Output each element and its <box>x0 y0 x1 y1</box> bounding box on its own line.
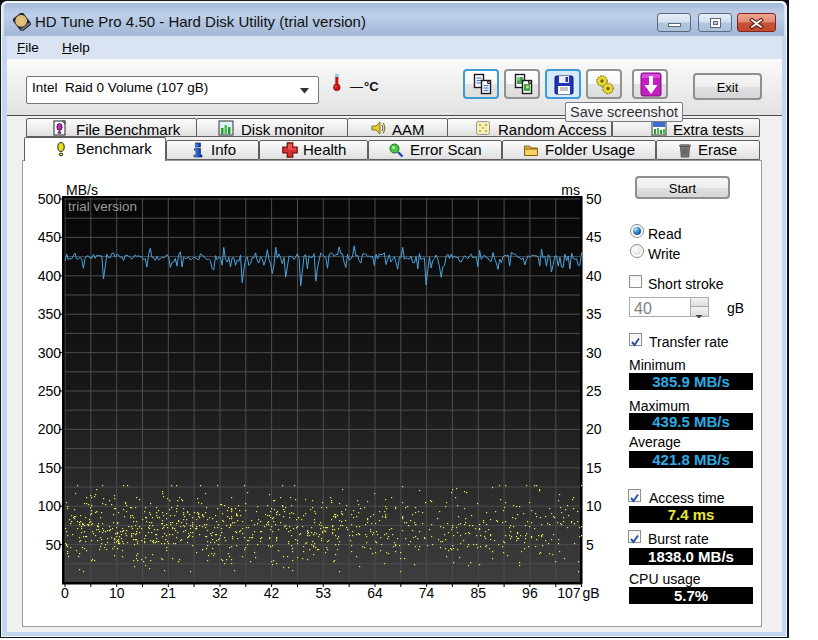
svg-text:350: 350 <box>38 306 62 322</box>
svg-text:53: 53 <box>316 585 332 601</box>
svg-text:250: 250 <box>38 383 62 399</box>
svg-text:trial version: trial version <box>68 199 137 214</box>
svg-text:42: 42 <box>264 585 280 601</box>
svg-text:400: 400 <box>38 268 62 284</box>
svg-text:21: 21 <box>161 585 177 601</box>
svg-text:107: 107 <box>557 585 581 601</box>
svg-text:96: 96 <box>522 585 538 601</box>
svg-text:500: 500 <box>38 191 62 207</box>
svg-text:150: 150 <box>38 460 62 476</box>
svg-text:15: 15 <box>586 460 602 476</box>
svg-text:ms: ms <box>561 182 580 198</box>
svg-text:30: 30 <box>586 345 602 361</box>
svg-text:20: 20 <box>586 421 602 437</box>
svg-text:25: 25 <box>586 383 602 399</box>
svg-text:35: 35 <box>586 306 602 322</box>
svg-text:32: 32 <box>212 585 228 601</box>
svg-text:64: 64 <box>367 585 383 601</box>
svg-text:10: 10 <box>586 498 602 514</box>
svg-text:50: 50 <box>586 191 602 207</box>
svg-text:450: 450 <box>38 229 62 245</box>
svg-text:74: 74 <box>419 585 435 601</box>
svg-text:10: 10 <box>109 585 125 601</box>
svg-text:85: 85 <box>471 585 487 601</box>
svg-text:0: 0 <box>61 585 69 601</box>
svg-text:300: 300 <box>38 345 62 361</box>
svg-text:gB: gB <box>583 585 600 601</box>
svg-text:45: 45 <box>586 229 602 245</box>
svg-text:100: 100 <box>38 498 62 514</box>
svg-text:40: 40 <box>586 268 602 284</box>
svg-text:5: 5 <box>586 537 594 553</box>
svg-text:50: 50 <box>45 537 61 553</box>
svg-text:200: 200 <box>38 421 62 437</box>
svg-text:MB/s: MB/s <box>66 182 98 198</box>
